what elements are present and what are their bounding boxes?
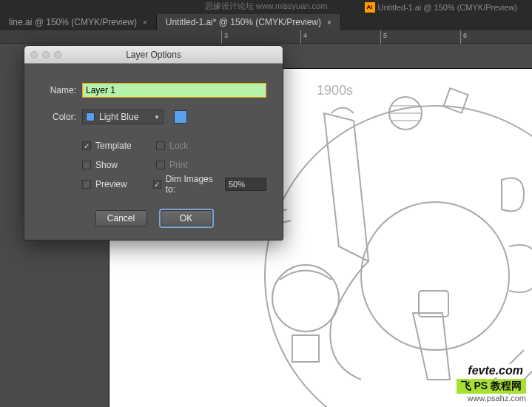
ok-button[interactable]: OK xyxy=(161,210,212,226)
watermark-green: 飞 PS 教程网 xyxy=(457,379,526,394)
color-preview-swatch[interactable] xyxy=(174,110,187,124)
svg-rect-6 xyxy=(292,335,319,362)
print-label: Print xyxy=(169,160,188,170)
close-icon[interactable]: × xyxy=(143,18,147,27)
color-swatch-icon xyxy=(86,112,95,121)
dialog-title: Layer Options xyxy=(24,50,283,60)
close-window-icon[interactable] xyxy=(30,51,38,58)
svg-rect-3 xyxy=(443,88,468,112)
zoom-window-icon[interactable] xyxy=(54,51,61,58)
watermark-fevte: fevte.com xyxy=(465,364,526,377)
lock-checkbox xyxy=(156,141,165,150)
color-label: Color: xyxy=(41,112,76,122)
svg-point-1 xyxy=(361,202,509,350)
dialog-titlebar[interactable]: Layer Options xyxy=(24,46,283,64)
color-dropdown[interactable]: Light Blue ▼ xyxy=(82,110,164,124)
layer-name-input[interactable] xyxy=(82,83,266,98)
sketch-annotation: 1900s xyxy=(317,83,353,98)
preview-label: Preview xyxy=(95,179,127,189)
document-tab[interactable]: Untitled-1.ai* @ 150% (CMYK/Preview) × xyxy=(157,14,341,30)
document-tab[interactable]: line.ai @ 150% (CMYK/Preview) × xyxy=(0,14,157,30)
color-value: Light Blue xyxy=(99,112,138,122)
ai-file-icon: Ai xyxy=(365,2,375,13)
tab-label: Untitled-1.ai* @ 150% (CMYK/Preview) xyxy=(166,17,321,27)
watermark-url: www.psahz.com xyxy=(457,394,526,403)
topbar-doc-label: Untitled-1.ai @ 150% (CMYK/Preview) xyxy=(378,3,517,12)
cancel-button[interactable]: Cancel xyxy=(95,210,147,226)
name-label: Name: xyxy=(41,85,76,95)
close-icon[interactable]: × xyxy=(327,18,331,27)
layer-options-dialog: Layer Options Name: Color: Light Blue ▼ … xyxy=(24,45,283,240)
svg-point-5 xyxy=(272,265,339,332)
show-checkbox xyxy=(82,161,91,169)
dim-images-checkbox[interactable] xyxy=(153,180,161,189)
print-checkbox xyxy=(156,161,165,169)
minimize-window-icon[interactable] xyxy=(42,51,50,58)
window-controls xyxy=(24,51,61,58)
horizontal-ruler: 3 4 5 6 xyxy=(0,30,532,44)
template-label: Template xyxy=(95,141,132,151)
tab-label: line.ai @ 150% (CMYK/Preview) xyxy=(9,17,137,27)
preview-checkbox xyxy=(82,180,91,189)
document-tab-strip: line.ai @ 150% (CMYK/Preview) × Untitled… xyxy=(0,14,532,30)
dialog-body: Name: Color: Light Blue ▼ Template Lock xyxy=(24,64,283,240)
dim-images-label: Dim Images to: xyxy=(166,174,220,195)
lock-label: Lock xyxy=(169,141,188,151)
template-checkbox[interactable] xyxy=(82,141,91,150)
show-label: Show xyxy=(95,160,118,170)
watermark-top: 思缘设计论坛 www.missyuan.com xyxy=(205,1,328,12)
chevron-down-icon: ▼ xyxy=(154,114,160,121)
watermark-bottom-right: fevte.com 飞 PS 教程网 www.psahz.com xyxy=(457,364,526,403)
dim-percent-input[interactable] xyxy=(225,178,266,191)
